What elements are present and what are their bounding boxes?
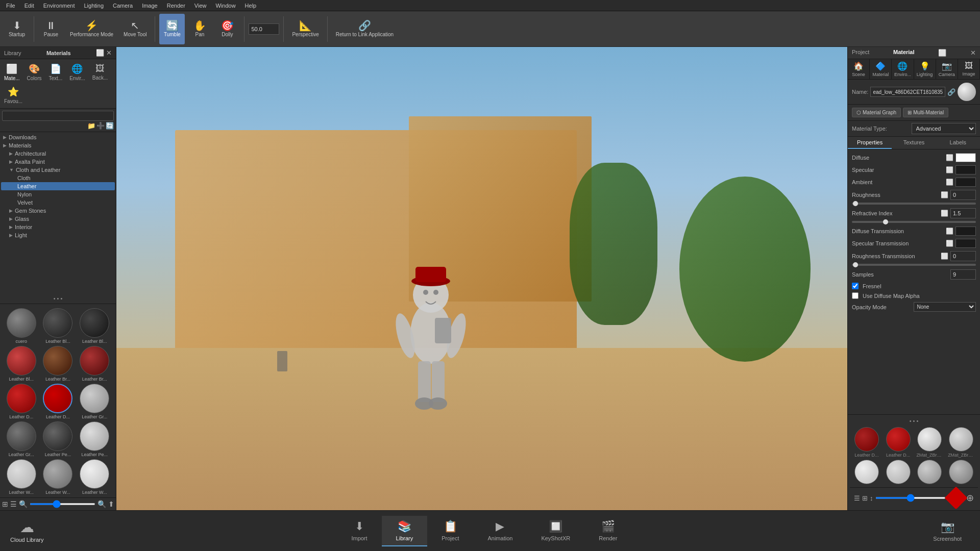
tree-item-gem-stones[interactable]: ▶ Gem Stones xyxy=(1,207,115,215)
lib-tab-textures[interactable]: 📄 Text... xyxy=(45,61,65,83)
tree-item-velvet[interactable]: Velvet xyxy=(1,198,115,207)
search-folder-icon[interactable]: 📁 xyxy=(87,122,95,130)
fresnel-checkbox[interactable] xyxy=(852,283,859,289)
rp-mat-5[interactable] xyxy=(884,460,913,485)
rp-tab-camera[interactable]: 📷 Camera xyxy=(936,59,958,79)
rp-mat-7[interactable] xyxy=(946,460,976,485)
lib-tab-materials[interactable]: ⬜ Mate... xyxy=(1,61,23,83)
rp-header-project[interactable]: Project xyxy=(852,49,869,57)
roughness-slider[interactable] xyxy=(852,203,976,205)
tree-item-nylon[interactable]: Nylon xyxy=(1,190,115,198)
rp-zoom-slider[interactable] xyxy=(875,497,946,499)
bottom-tab-project[interactable]: 📋 Project xyxy=(427,516,473,546)
menu-environment[interactable]: Environment xyxy=(39,2,79,10)
mat-item-10[interactable]: Leather Pe... xyxy=(41,421,76,457)
bottom-tab-animation[interactable]: ▶ Animation xyxy=(473,516,527,546)
mat-item-3[interactable]: Leather Bl... xyxy=(4,346,39,382)
roughness-trans-map-icon[interactable]: ⬜ xyxy=(941,253,948,260)
mat-item-5[interactable]: Leather Br... xyxy=(77,346,112,382)
rp-tab-scene[interactable]: 🏠 Scene xyxy=(848,59,870,79)
rp-tab-environment[interactable]: 🌐 Enviro... xyxy=(892,59,914,79)
mat-item-1[interactable]: Leather Bl... xyxy=(41,308,76,344)
bottom-tab-import[interactable]: ⬇ Import xyxy=(337,516,381,546)
bottom-tab-library[interactable]: 📚 Library xyxy=(382,516,428,546)
rp-mat-6[interactable] xyxy=(915,460,945,485)
search-icon[interactable]: 🔍 xyxy=(19,500,28,508)
menu-render[interactable]: Render xyxy=(163,2,189,10)
rp-close-icon[interactable]: ✕ xyxy=(970,49,976,57)
search-add-icon[interactable]: ➕ xyxy=(96,122,105,130)
tree-item-axalta[interactable]: ▶ Axalta Paint xyxy=(1,158,115,166)
refractive-slider[interactable] xyxy=(852,221,976,223)
rp-tab-lighting[interactable]: 💡 Lighting xyxy=(914,59,936,79)
zoom-slider[interactable] xyxy=(30,503,95,505)
roughness-trans-input[interactable] xyxy=(950,251,976,261)
specular-map-icon[interactable]: ⬜ xyxy=(946,166,953,173)
material-name-input[interactable] xyxy=(870,87,945,97)
rp-add-icon[interactable]: ⊕ xyxy=(966,492,974,504)
rp-mat-1[interactable]: Leather D... xyxy=(884,427,913,458)
return-link-button[interactable]: 🔗 Return to Link Application xyxy=(332,14,398,44)
samples-input[interactable] xyxy=(950,269,976,280)
bottom-tab-render[interactable]: 🎬 Render xyxy=(584,516,631,546)
mat-item-14[interactable]: Leather W... xyxy=(77,459,112,495)
mat-item-7[interactable]: Leather D... xyxy=(41,384,76,419)
pause-button[interactable]: ⏸ Pause xyxy=(38,14,64,44)
mat-item-8[interactable]: Leather Gr... xyxy=(77,384,112,419)
specular-trans-color[interactable] xyxy=(955,239,976,248)
lib-tab-colors[interactable]: 🎨 Colors xyxy=(24,61,45,83)
roughness-trans-handle[interactable] xyxy=(853,262,858,267)
prop-tab-properties[interactable]: Properties xyxy=(848,137,892,149)
specular-trans-map-icon[interactable]: ⬜ xyxy=(946,240,953,247)
diffuse-map-alpha-checkbox[interactable] xyxy=(852,292,859,299)
menu-camera[interactable]: Camera xyxy=(109,2,137,10)
mat-item-2[interactable]: Leather Bl... xyxy=(77,308,112,344)
menu-image[interactable]: Image xyxy=(138,2,162,10)
menu-help[interactable]: Help xyxy=(241,2,261,10)
search-refresh-icon[interactable]: 🔄 xyxy=(106,122,114,130)
search-input[interactable] xyxy=(2,111,114,121)
rp-sort-icon[interactable]: ↕ xyxy=(870,494,873,502)
diffuse-trans-color[interactable] xyxy=(955,227,976,236)
rp-grid-icon[interactable]: ⊞ xyxy=(862,494,868,502)
material-graph-button[interactable]: ⬡ Material Graph xyxy=(852,108,901,117)
rp-maximize-icon[interactable]: ⬜ xyxy=(938,49,946,57)
rp-tab-material[interactable]: 🔷 Material xyxy=(870,59,892,79)
menu-window[interactable]: Window xyxy=(211,2,239,10)
refractive-input[interactable] xyxy=(950,208,976,218)
rp-list-icon[interactable]: ☰ xyxy=(854,494,860,502)
tree-item-light[interactable]: ▶ Light xyxy=(1,231,115,239)
pan-button[interactable]: ✋ Pan xyxy=(187,14,212,44)
panel-float-icon[interactable]: ⬜ xyxy=(96,49,104,57)
mat-item-9[interactable]: Leather Gr... xyxy=(4,421,39,457)
rp-header-material[interactable]: Material xyxy=(893,49,915,57)
viewport[interactable] xyxy=(116,47,847,510)
ambient-map-icon[interactable]: ⬜ xyxy=(946,179,953,186)
menu-file[interactable]: File xyxy=(2,2,19,10)
rp-mat-0[interactable]: Leather D... xyxy=(852,427,881,458)
roughness-map-icon[interactable]: ⬜ xyxy=(941,191,948,198)
mat-item-0[interactable]: cuero xyxy=(4,308,39,344)
rp-mat-2[interactable]: ZMat_ZBru... xyxy=(915,427,945,458)
diffuse-map-icon[interactable]: ⬜ xyxy=(946,154,953,161)
mat-item-12[interactable]: Leather W... xyxy=(4,459,39,495)
tree-item-downloads[interactable]: ▶ Downloads xyxy=(1,133,115,141)
material-type-select[interactable]: Advanced xyxy=(912,123,976,134)
panel-close-icon[interactable]: ✕ xyxy=(106,49,112,57)
dolly-button[interactable]: 🎯 Dolly xyxy=(214,14,240,44)
list-view-icon[interactable]: ☰ xyxy=(10,500,17,508)
performance-mode-button[interactable]: ⚡ Performance Mode xyxy=(66,14,117,44)
rp-mat-4[interactable] xyxy=(852,460,881,485)
refractive-map-icon[interactable]: ⬜ xyxy=(941,210,948,217)
startup-button[interactable]: ⬇ Startup xyxy=(4,14,30,44)
mat-item-11[interactable]: Leather Pe... xyxy=(77,421,112,457)
tree-item-cloth-leather[interactable]: ▼ Cloth and Leather xyxy=(1,166,115,174)
move-tool-button[interactable]: ↖ Move Tool xyxy=(119,14,151,44)
bottom-tab-keyshotxr[interactable]: 🔲 KeyShotXR xyxy=(527,516,584,546)
zoom-out-icon[interactable]: 🔍 xyxy=(97,500,106,508)
cloud-library-button[interactable]: ☁ Cloud Library xyxy=(10,519,43,543)
roughness-input[interactable] xyxy=(950,190,976,200)
menu-view[interactable]: View xyxy=(190,2,211,10)
mat-item-13[interactable]: Leather W... xyxy=(41,459,76,495)
screenshot-button[interactable]: 📷 Screenshot xyxy=(925,516,970,546)
